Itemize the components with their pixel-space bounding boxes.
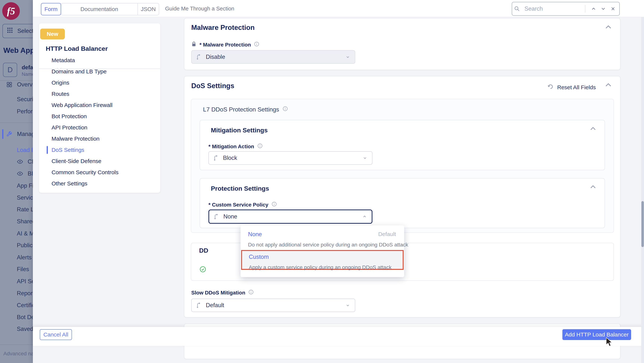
slow-ddos-select[interactable]: Default	[191, 298, 355, 312]
sidebar-item-overvi[interactable]: Overvi	[6, 79, 33, 90]
active-indicator-bar	[2, 129, 3, 139]
sidebar-item-big[interactable]: BIG	[17, 168, 33, 180]
advanced-nav-toggle[interactable]: Advanced nav	[3, 351, 33, 357]
select-workspace-button[interactable]: Select W	[2, 24, 33, 38]
option-label: Custom	[249, 254, 396, 260]
sidebar-item-label: Shared	[17, 218, 33, 225]
modal-topbar: Documentation JSON Form Guide Me Through…	[33, 0, 644, 17]
sidebar-item-load-b[interactable]: Load B	[17, 144, 33, 156]
form-nav-item-routes[interactable]: Routes	[39, 88, 160, 100]
form-nav-item-api-protection[interactable]: API Protection	[39, 122, 160, 133]
sidebar-item-api-se[interactable]: API Se	[17, 276, 33, 287]
info-icon[interactable]	[248, 289, 254, 296]
custom-service-policy-select[interactable]: None	[208, 210, 372, 224]
info-icon[interactable]	[272, 201, 277, 208]
collapse-chevron-icon[interactable]	[590, 185, 596, 189]
form-nav-item-origins[interactable]: Origins	[39, 77, 160, 88]
search-box[interactable]: Search	[512, 2, 620, 16]
sidebar-item-label: Saved	[17, 326, 33, 332]
search-close-icon[interactable]	[608, 4, 618, 14]
form-nav-item-malware-protection[interactable]: Malware Protection	[39, 133, 160, 144]
workspace-title: Web App	[3, 46, 33, 54]
default-tag: Default	[378, 231, 396, 237]
sidebar-item-public[interactable]: Public	[17, 240, 33, 251]
eye-icon	[17, 172, 23, 176]
tab-documentation[interactable]: Documentation	[61, 3, 138, 15]
sidebar-item-app-fir[interactable]: App Fir	[17, 180, 33, 192]
menu-option-none[interactable]: None Default Do not apply additional ser…	[240, 226, 404, 250]
search-next-icon[interactable]	[598, 4, 608, 14]
sidebar-item-files[interactable]: Files	[17, 264, 33, 275]
sidebar-item-label: Public	[17, 242, 32, 249]
search-placeholder: Search	[524, 6, 585, 12]
sidebar-item-cdn[interactable]: CDN	[17, 156, 33, 168]
wrench-icon	[6, 131, 12, 137]
malware-protection-select[interactable]: Disable	[191, 50, 355, 64]
sidebar-item-report[interactable]: Report	[17, 288, 33, 299]
branch-icon	[196, 302, 202, 308]
mitigation-action-select[interactable]: Block	[208, 151, 372, 165]
chevron-down-icon	[345, 303, 350, 308]
malware-field-label: * Malware Protection	[191, 41, 260, 48]
sidebar-item-label: Files	[17, 266, 29, 272]
info-icon[interactable]	[257, 143, 263, 150]
sidebar-item-saved[interactable]: Saved	[17, 323, 33, 335]
namespace-selector[interactable]: D default Namesp	[3, 63, 33, 77]
sidebar-item-manag[interactable]: Manag	[6, 128, 33, 140]
scrollbar-track[interactable]	[641, 17, 644, 363]
info-icon[interactable]	[254, 41, 260, 48]
sidebar-item-perform[interactable]: Perform	[17, 106, 33, 117]
sidebar-item-label: Service	[17, 194, 33, 201]
form-nav-item-domains-and-lb-type[interactable]: Domains and LB Type	[39, 66, 160, 77]
add-http-load-balancer-button[interactable]: Add HTTP Load Balancer	[562, 329, 631, 340]
dos-settings-section: DoS Settings Reset All Fields L7 DDoS Pr…	[184, 76, 620, 318]
sidebar-item-shared[interactable]: Shared	[17, 216, 33, 227]
sidebar-item-alerts[interactable]: Alerts	[17, 252, 33, 263]
form-nav-item-dos-settings[interactable]: DoS Settings	[39, 144, 160, 156]
collapse-chevron-icon[interactable]	[605, 83, 612, 88]
form-nav-list: MetadataDomains and LB TypeOriginsRoutes…	[39, 55, 160, 189]
sidebar-item-label: Alerts	[17, 254, 32, 261]
mouse-cursor	[606, 337, 614, 348]
sidebar-item-rate-li[interactable]: Rate Li	[17, 204, 33, 215]
mitigation-action-label: * Mitigation Action	[208, 143, 263, 150]
chevron-down-icon	[362, 155, 368, 160]
form-nav-item-common-security-controls[interactable]: Common Security Controls	[39, 167, 160, 178]
sidebar-item-label: Perform	[17, 108, 33, 115]
custom-service-policy-label: * Custom Service Policy	[208, 201, 277, 208]
scrollbar-thumb[interactable]	[642, 201, 644, 247]
menu-option-custom[interactable]: Custom Apply a custom service policy dur…	[241, 250, 404, 270]
select-value: Disable	[206, 54, 225, 60]
http-lb-modal: Documentation JSON Form Guide Me Through…	[33, 0, 644, 363]
sidebar-item-label: Bot De	[17, 314, 33, 320]
form-nav-item-web-application-firewall[interactable]: Web Application Firewall	[39, 100, 160, 111]
section-title: DoS Settings	[191, 82, 234, 90]
section-title: Malware Protection	[191, 24, 254, 32]
sidebar-item-service[interactable]: Service	[17, 192, 33, 204]
custom-service-policy-menu: None Default Do not apply additional ser…	[240, 226, 404, 277]
tab-json[interactable]: JSON	[138, 3, 159, 15]
sidebar-item-ai-m[interactable]: AI & M	[17, 228, 33, 240]
cancel-all-button[interactable]: Cancel All	[40, 329, 72, 340]
collapse-chevron-icon[interactable]	[590, 126, 596, 131]
form-nav-item-other-settings[interactable]: Other Settings	[39, 178, 160, 189]
sidebar-item-label: Manag	[17, 131, 33, 138]
form-nav-item-client-side-defense[interactable]: Client-Side Defense	[39, 156, 160, 167]
tab-form[interactable]: Form	[41, 3, 61, 15]
reset-all-fields-button[interactable]: Reset All Fields	[548, 84, 596, 91]
slow-ddos-label: Slow DDoS Mitigation	[191, 289, 254, 296]
sidebar-item-securit[interactable]: Securit	[17, 94, 33, 105]
guide-me-link[interactable]: Guide Me Through a Section	[165, 6, 234, 12]
sidebar-item-certific[interactable]: Certific	[17, 300, 33, 311]
sidebar-item-label: Overvi	[17, 81, 33, 88]
form-nav-item-bot-protection[interactable]: Bot Protection	[39, 111, 160, 122]
search-prev-icon[interactable]	[589, 4, 598, 14]
form-nav-item-metadata[interactable]: Metadata	[39, 55, 160, 66]
l7-ddos-panel: L7 DDoS Protection Settings Mitigation S…	[191, 99, 614, 233]
sidebar-item-label: Report	[17, 290, 33, 297]
chevron-up-icon	[362, 214, 367, 219]
sidebar-item-bot-de[interactable]: Bot De	[17, 312, 33, 323]
select-workspace-label: Select W	[17, 28, 33, 34]
collapse-chevron-icon[interactable]	[605, 25, 612, 30]
info-icon[interactable]	[282, 106, 288, 113]
